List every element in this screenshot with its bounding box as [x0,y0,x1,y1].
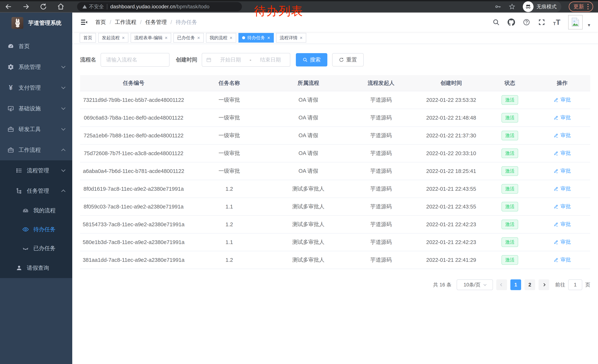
close-icon[interactable]: × [300,35,303,40]
browser-menu-icon[interactable] [587,4,589,9]
prev-page-button[interactable] [496,279,507,290]
view-tab[interactable]: 流程详情 × [276,33,306,43]
app-title: 芋道管理系统 [28,19,61,27]
table-row: 069c6a63-7b8a-11ec-8ef0-acde48001122 一级审… [80,109,590,127]
page-number-button[interactable]: 1 [510,279,521,290]
approve-link[interactable]: 审批 [554,221,571,228]
sidebar-item-home[interactable]: 首页 [0,36,72,57]
approve-link[interactable]: 审批 [554,96,571,103]
chevron-down-icon [61,168,66,172]
sidebar-item-label: 请假查询 [27,264,65,272]
cell-create-time: 2022-01-21 22:43:55 [417,198,486,216]
tab-label: 待办任务 [247,35,265,41]
close-icon[interactable]: × [230,35,233,40]
sidebar-item-done-task[interactable]: 已办任务 [0,239,72,258]
approve-label: 审批 [561,150,571,157]
update-button[interactable]: 更新 [569,1,593,12]
cell-task-name: 一级审批 [187,145,271,162]
password-key-icon[interactable] [495,3,501,10]
sidebar-item-system[interactable]: 系统管理 [0,57,72,77]
chevron-right-icon [542,283,546,286]
breadcrumb-home[interactable]: 首页 [95,18,106,26]
search-icon[interactable] [492,18,500,26]
calendar-icon [206,57,211,62]
col-task-name: 任务名称 [187,75,271,91]
top-navbar: 首页 / 工作流程 / 任务管理 / 待办任务 TT ▾ [72,13,598,32]
url-bar[interactable]: 不安全 dashboard.yudao.iocoder.cn/bpm/task/… [77,2,242,11]
logo-row[interactable]: 芋道管理系统 [0,13,72,33]
approve-label: 审批 [561,256,571,263]
sidebar-item-task-mgmt[interactable]: 任务管理 [0,181,72,201]
browser-chrome: 不安全 dashboard.yudao.iocoder.cn/bpm/task/… [0,0,598,13]
breadcrumb-workflow[interactable]: 工作流程 [115,18,136,26]
approve-link[interactable]: 审批 [554,238,571,245]
approve-link[interactable]: 审批 [554,114,571,121]
font-size-icon[interactable]: TT [553,18,560,26]
breadcrumb-task-mgmt[interactable]: 任务管理 [145,18,167,26]
view-tab[interactable]: 首页 × [80,33,96,43]
approve-link[interactable]: 审批 [554,167,571,174]
security-warning[interactable]: 不安全 [82,3,104,10]
back-icon[interactable] [5,3,12,10]
fullscreen-icon[interactable] [538,18,545,26]
sidebar-item-workflow[interactable]: 工作流程 [0,140,72,160]
help-icon[interactable] [523,18,530,26]
goto-page-input[interactable] [568,279,582,290]
view-tab[interactable]: 发起流程 × [98,33,128,43]
status-badge: 激活 [501,166,518,176]
table-row: 8f059c03-7ac8-11ec-a9e2-a2380e71991a 1.1… [80,198,590,216]
view-tab[interactable]: 已办任务 × [173,33,204,43]
url-domain: dashboard.yudao.iocoder.cn [110,4,175,9]
page-number-button[interactable]: 2 [524,279,535,290]
bookmark-star-icon[interactable] [509,3,515,10]
cell-task-name: 1.2 [187,251,271,269]
sidebar-item-label: 支付管理 [18,84,58,92]
approve-link[interactable]: 审批 [554,132,571,139]
reset-button[interactable]: 重置 [332,53,364,66]
cell-actions: 审批 [534,198,590,216]
sidebar-item-todo-task[interactable]: 待办任务 [0,220,72,239]
cell-create-time: 2022-01-21 22:43:55 [417,180,486,198]
view-tab[interactable]: 待办任务 × [238,33,274,43]
search-button[interactable]: 搜索 [296,53,327,66]
cell-task-id: 73211d9d-7b9b-11ec-b5b7-acde48001122 [80,91,187,109]
close-icon[interactable]: × [197,35,200,40]
sidebar-item-infra[interactable]: 基础设施 [0,98,72,119]
table-row: a6aba0a4-7b6d-11ec-b781-acde48001122 一级审… [80,162,590,180]
cell-status: 激活 [486,162,534,180]
approve-link[interactable]: 审批 [554,256,571,263]
sidebar-item-payment[interactable]: ¥ 支付管理 [0,77,72,98]
view-tab[interactable]: 我的流程 × [206,33,236,43]
approve-link[interactable]: 审批 [554,185,571,192]
view-tab[interactable]: 流程表单-编辑 × [131,33,171,43]
approve-link[interactable]: 审批 [554,203,571,210]
close-icon[interactable]: × [122,35,125,40]
home-icon[interactable] [57,3,65,10]
avatar[interactable] [568,15,583,29]
end-date-placeholder: 结束日期 [255,56,286,63]
caret-down-icon[interactable]: ▾ [588,22,590,28]
sidebar-item-devtools[interactable]: 研发工具 [0,119,72,140]
close-icon[interactable]: × [165,35,167,40]
approve-link[interactable]: 审批 [554,150,571,157]
cell-starter: 芋道源码 [345,109,417,127]
cell-status: 激活 [486,91,534,109]
next-page-button[interactable] [539,279,549,290]
sidebar-item-my-process[interactable]: 我的流程 [0,201,72,220]
sidebar-item-leave-query[interactable]: 请假查询 [0,258,72,278]
process-name-input[interactable] [100,53,169,67]
reload-icon[interactable] [40,3,47,10]
github-icon[interactable] [507,18,515,26]
user-icon [16,265,22,271]
close-icon[interactable]: × [267,35,270,40]
logo-image [11,17,23,29]
edit-pen-icon [554,222,559,227]
cell-create-time: 2022-01-22 21:37:30 [417,127,486,145]
page-size-select[interactable]: 10条/页 [457,279,493,290]
date-range-input[interactable]: 开始日期 - 结束日期 [202,53,290,67]
forward-icon[interactable] [22,3,30,10]
sidebar-item-process-mgmt[interactable]: 流程管理 [0,160,72,181]
sidebar-item-label: 首页 [18,43,65,50]
approve-label: 审批 [561,238,571,245]
sidebar-toggle-icon[interactable] [80,18,88,26]
